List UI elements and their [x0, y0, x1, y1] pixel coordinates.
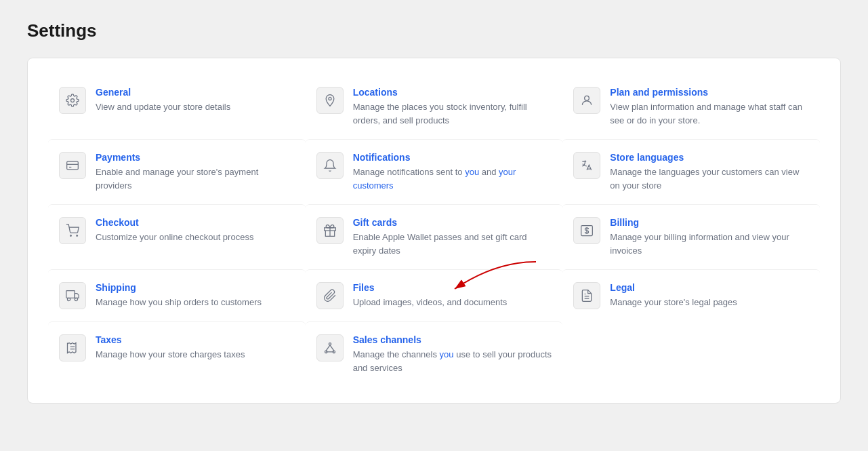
truck-icon [66, 289, 79, 302]
locations-desc: Manage the places you stock inventory, f… [353, 100, 552, 127]
billing-desc: Manage your billing information and view… [610, 231, 809, 257]
general-desc: View and update your store details [96, 100, 295, 114]
billing-text: Billing Manage your billing information … [610, 217, 809, 257]
payments-text: Payments Enable and manage your store's … [96, 152, 295, 192]
truck-icon-box [59, 282, 86, 309]
svg-point-15 [75, 298, 77, 300]
settings-item-payments[interactable]: Payments Enable and manage your store's … [48, 139, 306, 204]
notifications-title: Notifications [353, 152, 552, 163]
legal-desc: Manage your store's legal pages [610, 296, 809, 309]
gift-cards-title: Gift cards [353, 217, 552, 228]
svg-point-1 [329, 97, 331, 100]
taxes-title: Taxes [96, 334, 295, 345]
page-title: Settings [27, 20, 841, 41]
settings-item-store-languages[interactable]: Store languages Manage the languages you… [562, 139, 820, 204]
person-icon-box [573, 87, 600, 114]
sales-channels-title: Sales channels [353, 334, 552, 345]
translate-icon-box [573, 152, 600, 179]
settings-item-shipping[interactable]: Shipping Manage how you ship orders to c… [48, 269, 306, 321]
gear-icon [66, 94, 79, 107]
dollar-icon-box [573, 217, 600, 244]
document-icon [580, 289, 594, 302]
svg-line-25 [330, 345, 334, 351]
legal-text: Legal Manage your store's legal pages [610, 282, 809, 309]
plan-title: Plan and permissions [610, 87, 809, 98]
billing-title: Billing [610, 217, 809, 228]
svg-marker-13 [75, 294, 79, 298]
settings-item-taxes[interactable]: Taxes Manage how your store charges taxe… [48, 321, 306, 387]
cart-icon [66, 224, 79, 237]
files-desc: Upload images, videos, and documents [353, 296, 552, 309]
shipping-title: Shipping [96, 282, 295, 293]
payments-desc: Enable and manage your store's payment p… [96, 165, 295, 192]
svg-point-6 [70, 235, 72, 237]
gift-cards-text: Gift cards Enable Apple Wallet passes an… [353, 217, 552, 257]
files-text: Files Upload images, videos, and documen… [353, 282, 552, 309]
card-icon [66, 159, 79, 172]
notifications-desc: Manage notifications sent to you and you… [353, 165, 552, 192]
taxes-desc: Manage how your store charges taxes [96, 348, 295, 361]
dollar-icon [580, 224, 594, 237]
paperclip-icon [323, 289, 337, 302]
checkout-text: Checkout Customize your online checkout … [96, 217, 295, 244]
card-icon-box [59, 152, 86, 179]
settings-item-legal[interactable]: Legal Manage your store's legal pages [562, 269, 820, 321]
store-languages-title: Store languages [610, 152, 809, 163]
shipping-text: Shipping Manage how you ship orders to c… [96, 282, 295, 309]
files-title: Files [353, 282, 552, 293]
network-icon [323, 341, 337, 355]
svg-point-14 [68, 298, 70, 300]
settings-item-sales-channels[interactable]: Sales channels Manage the channels you u… [306, 321, 563, 387]
locations-text: Locations Manage the places you stock in… [353, 87, 552, 127]
svg-rect-12 [66, 291, 75, 298]
settings-item-billing[interactable]: Billing Manage your billing information … [562, 204, 820, 269]
bell-icon-box [316, 152, 344, 179]
legal-title: Legal [610, 282, 809, 293]
svg-point-7 [77, 235, 78, 237]
svg-point-0 [71, 99, 75, 102]
svg-point-21 [329, 343, 331, 345]
general-text: General View and update your store detai… [96, 87, 295, 114]
gift-icon [323, 224, 337, 237]
svg-point-2 [585, 96, 590, 100]
store-languages-desc: Manage the languages your customers can … [610, 165, 809, 192]
paperclip-icon-box [316, 282, 344, 309]
cart-icon-box [59, 217, 86, 244]
sales-channels-desc: Manage the channels you use to sell your… [353, 348, 552, 374]
pin-icon [323, 94, 337, 107]
settings-item-notifications[interactable]: Notifications Manage notifications sent … [306, 139, 563, 204]
person-icon [580, 94, 594, 107]
checkout-desc: Customize your online checkout process [96, 231, 295, 244]
gift-cards-desc: Enable Apple Wallet passes and set gift … [353, 231, 552, 257]
settings-item-plan[interactable]: Plan and permissions View plan informati… [562, 75, 820, 139]
network-icon-box [316, 334, 344, 361]
settings-item-locations[interactable]: Locations Manage the places you stock in… [306, 75, 563, 139]
bell-icon [323, 159, 337, 172]
receipt-icon [66, 341, 79, 355]
translate-icon [580, 159, 594, 172]
svg-rect-3 [67, 161, 79, 170]
taxes-text: Taxes Manage how your store charges taxe… [96, 334, 295, 361]
settings-item-general[interactable]: General View and update your store detai… [48, 75, 306, 139]
settings-item-files[interactable]: Files Upload images, videos, and documen… [306, 269, 563, 321]
gift-icon-box [316, 217, 344, 244]
payments-title: Payments [96, 152, 295, 163]
settings-item-checkout[interactable]: Checkout Customize your online checkout … [48, 204, 306, 269]
settings-grid: General View and update your store detai… [48, 75, 820, 387]
svg-line-24 [326, 345, 330, 351]
document-icon-box [573, 282, 600, 309]
page-container: Settings General View and update your st… [0, 0, 868, 424]
plan-text: Plan and permissions View plan informati… [610, 87, 809, 127]
shipping-desc: Manage how you ship orders to customers [96, 296, 295, 309]
sales-channels-text: Sales channels Manage the channels you u… [353, 334, 552, 374]
general-title: General [96, 87, 295, 98]
plan-desc: View plan information and manage what st… [610, 100, 809, 127]
pin-icon-box [316, 87, 344, 114]
store-languages-text: Store languages Manage the languages you… [610, 152, 809, 192]
settings-item-gift-cards[interactable]: Gift cards Enable Apple Wallet passes an… [306, 204, 563, 269]
settings-card: General View and update your store detai… [27, 58, 841, 404]
locations-title: Locations [353, 87, 552, 98]
checkout-title: Checkout [96, 217, 295, 228]
notifications-text: Notifications Manage notifications sent … [353, 152, 552, 192]
gear-icon-box [59, 87, 86, 114]
